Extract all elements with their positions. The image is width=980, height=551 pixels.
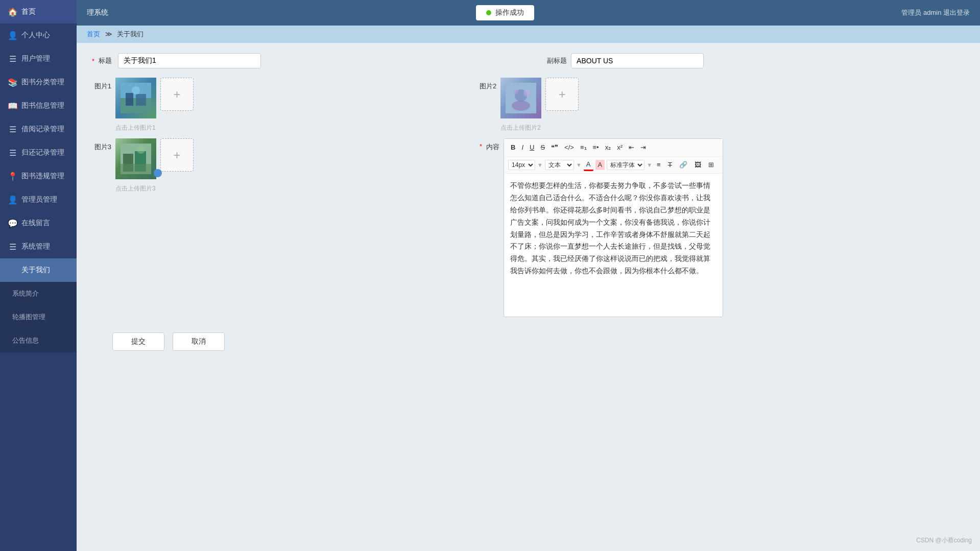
italic-button[interactable]: I — [519, 142, 526, 153]
sidebar-item-notice[interactable]: 公告信息 — [0, 329, 77, 352]
book-info-icon: 📖 — [8, 101, 17, 110]
content-area: * 标题 副标题 图片1 — [77, 43, 980, 551]
img1-add-button[interactable]: + — [160, 78, 194, 111]
editor-toolbar-row1: B I U S ❝❞ </> ≡₁ ≡• x₂ x² ⇤ — [504, 139, 723, 157]
sidebar-item-user-mgmt[interactable]: ☰ 用户管理 — [0, 47, 77, 70]
borrow-icon: ☰ — [8, 125, 17, 134]
align-right-button[interactable]: ⇥ — [638, 142, 649, 153]
sidebar: 🏠 首页 👤 个人中心 ☰ 用户管理 📚 图书分类管理 📖 图书信息管理 ☰ 借… — [0, 0, 77, 551]
font-type-arrow: ▼ — [576, 162, 582, 168]
admin-info[interactable]: 管理员 admin 退出登录 — [901, 8, 970, 17]
img2-hint: 点击上传图片2 — [500, 124, 579, 132]
sidebar-item-profile[interactable]: 👤 个人中心 — [0, 23, 77, 47]
topbar: 理系统 操作成功 管理员 admin 退出登录 — [77, 0, 980, 26]
svg-point-8 — [513, 89, 518, 94]
sidebar-item-book-category[interactable]: 📚 图书分类管理 — [0, 70, 77, 94]
img3-hint: 点击上传图片3 — [115, 184, 194, 193]
img1-upload-group: + — [115, 78, 194, 118]
img1-svg — [121, 83, 151, 113]
align-center-button[interactable]: ≡ — [654, 159, 663, 171]
notification-bar: 操作成功 — [476, 5, 534, 20]
sub-button[interactable]: x₂ — [603, 142, 614, 153]
code-button[interactable]: </> — [562, 142, 577, 153]
sidebar-item-home[interactable]: 🏠 首页 — [0, 0, 77, 23]
img1-thumbnail — [115, 78, 156, 118]
subtitle-label: 副标题 — [547, 56, 567, 65]
bg-color-button[interactable]: A — [595, 160, 605, 170]
svg-rect-2 — [126, 93, 133, 106]
sidebar-item-sys-intro[interactable]: 系统简介 — [0, 282, 77, 305]
ul-button[interactable]: ≡• — [590, 142, 602, 153]
title-input[interactable] — [118, 53, 261, 68]
breadcrumb-home[interactable]: 首页 — [87, 30, 100, 38]
subtitle-input[interactable] — [571, 53, 704, 68]
sidebar-item-about[interactable]: 关于我们 — [0, 258, 77, 282]
img1-hint: 点击上传图片1 — [115, 124, 194, 132]
system-icon: ☰ — [8, 242, 17, 251]
quote-button[interactable]: ❝❞ — [548, 142, 561, 153]
manager-icon: 👤 — [8, 195, 17, 204]
content-label: 内容 — [486, 138, 499, 152]
footer-credit: CSDN @小蔡coding — [916, 536, 972, 545]
align-left-button[interactable]: ⇤ — [626, 142, 637, 153]
breadcrumb: 首页 ≫ 关于我们 — [77, 26, 980, 43]
img3-label: 图片3 — [92, 138, 111, 152]
notification-text: 操作成功 — [495, 8, 524, 17]
svg-rect-3 — [136, 94, 146, 106]
profile-icon: 👤 — [8, 31, 17, 40]
img3-add-button[interactable]: + — [160, 138, 194, 172]
sidebar-item-system[interactable]: ☰ 系统管理 — [0, 235, 77, 258]
img1-label: 图片1 — [92, 78, 111, 91]
svg-rect-13 — [121, 164, 151, 174]
home-icon: 🏠 — [8, 7, 17, 16]
breadcrumb-current: 关于我们 — [117, 30, 144, 38]
link-button[interactable]: 🔗 — [677, 159, 690, 171]
about-us-form: * 标题 副标题 图片1 — [92, 53, 965, 351]
img2-add-button[interactable]: + — [545, 78, 579, 111]
image-button[interactable]: 🖼 — [692, 159, 704, 171]
img2-label: 图片2 — [480, 78, 496, 91]
underline-button[interactable]: U — [527, 142, 537, 153]
sup-button[interactable]: x² — [614, 142, 625, 153]
font-type-select[interactable]: 文本标题1标题2 — [545, 160, 574, 170]
sidebar-item-return[interactable]: ☰ 归还记录管理 — [0, 141, 77, 164]
svg-point-14 — [137, 146, 145, 154]
clear-format-button[interactable]: T̶ — [665, 159, 675, 171]
font-size-select[interactable]: 14px12px16px18px — [508, 160, 535, 170]
strike-button[interactable]: S — [538, 142, 547, 153]
success-dot — [486, 10, 491, 15]
svg-point-9 — [523, 89, 531, 97]
svg-point-7 — [512, 101, 530, 111]
img3-thumbnail — [115, 138, 156, 179]
ol-button[interactable]: ≡₁ — [578, 142, 589, 153]
submit-button[interactable]: 提交 — [112, 332, 164, 351]
sidebar-item-manager[interactable]: 👤 管理员管理 — [0, 188, 77, 211]
img3-svg — [121, 143, 151, 174]
topbar-title: 理系统 — [87, 8, 108, 17]
img2-thumbnail — [500, 78, 541, 118]
content-editor[interactable]: B I U S ❝❞ </> ≡₁ ≡• x₂ x² ⇤ — [504, 138, 723, 317]
font-size-arrow: ▼ — [537, 162, 543, 168]
book-cat-icon: 📚 — [8, 78, 17, 87]
table-button[interactable]: ⊞ — [706, 159, 716, 171]
font-family-select[interactable]: 标准字体宋体微软雅黑 — [607, 160, 644, 170]
sidebar-item-violation[interactable]: 📍 图书违规管理 — [0, 164, 77, 188]
img2-svg — [506, 83, 536, 113]
sidebar-item-banner[interactable]: 轮播图管理 — [0, 305, 77, 329]
font-color-button[interactable]: A — [584, 159, 593, 171]
main-wrapper: 理系统 操作成功 管理员 admin 退出登录 首页 ≫ 关于我们 * 标题 — [77, 0, 980, 551]
sidebar-sub-menu: 系统简介 轮播图管理 公告信息 — [0, 282, 77, 352]
sidebar-item-online-msg[interactable]: 💬 在线留言 — [0, 211, 77, 235]
editor-content-area[interactable]: 不管你想要怎样的生活，你都要去努力争取，不多尝试一些事情怎么知道自己适合什么。不… — [504, 174, 723, 317]
bold-button[interactable]: B — [508, 142, 518, 153]
about-icon — [8, 266, 17, 275]
font-family-arrow: ▼ — [647, 162, 652, 168]
sidebar-item-borrow[interactable]: ☰ 借阅记录管理 — [0, 117, 77, 141]
title-label: 标题 — [99, 56, 114, 65]
breadcrumb-separator: ≫ — [105, 30, 112, 38]
cancel-button[interactable]: 取消 — [173, 332, 225, 351]
sidebar-item-book-info[interactable]: 📖 图书信息管理 — [0, 94, 77, 117]
editor-toolbar-row2: 14px12px16px18px ▼ 文本标题1标题2 ▼ A A — [504, 157, 723, 174]
editor-text: 不管你想要怎样的生活，你都要去努力争取，不多尝试一些事情怎么知道自己适合什么。不… — [510, 181, 710, 275]
img2-upload-group: + — [500, 78, 579, 118]
